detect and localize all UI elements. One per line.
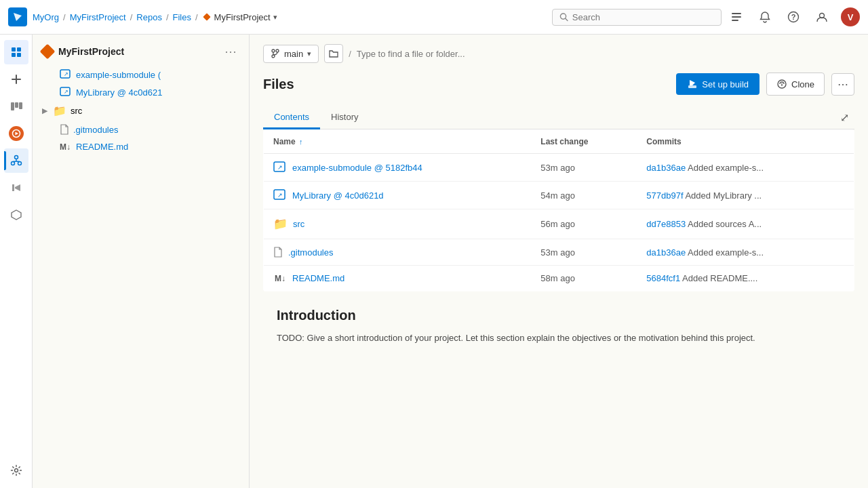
more-actions-button[interactable]: ⋯ <box>831 73 854 96</box>
setup-build-button[interactable]: Set up build <box>676 73 760 95</box>
svg-point-36 <box>276 49 279 52</box>
svg-rect-5 <box>732 13 741 14</box>
expand-view-button[interactable]: ⤢ <box>837 108 852 127</box>
rail-testplans[interactable] <box>4 176 28 200</box>
account-icon[interactable] <box>812 7 831 26</box>
rail-repos[interactable] <box>4 148 28 173</box>
table-row[interactable]: .gitmodules 53m ago da1b36ae Added examp… <box>264 239 854 266</box>
path-sep: / <box>349 49 351 59</box>
rail-artifacts[interactable] <box>4 203 28 227</box>
commit-hash-link[interactable]: da1b36ae <box>646 247 686 258</box>
commit-hash-link[interactable]: 577db97f <box>646 190 683 201</box>
path-finder-input[interactable] <box>357 49 854 59</box>
folder-chevron-icon: ▶ <box>42 106 53 115</box>
breadcrumb-sep-4: / <box>195 12 198 22</box>
branch-name: main <box>284 49 303 59</box>
svg-text:↗: ↗ <box>277 164 283 171</box>
clone-button[interactable]: Clone <box>766 73 825 96</box>
list-item[interactable]: M↓ README.md <box>33 138 249 155</box>
file-link[interactable]: example-submodule @ 5182fb44 <box>292 163 422 173</box>
branch-icon <box>271 49 280 58</box>
breadcrumb-org[interactable]: MyOrg <box>33 12 59 22</box>
list-item[interactable]: ↗ example-submodule ( <box>33 66 249 83</box>
help-icon[interactable]: ? <box>784 7 803 26</box>
avatar[interactable]: V <box>841 7 860 26</box>
chevron-down-icon: ▾ <box>273 13 277 22</box>
rail-pipelines[interactable] <box>4 121 28 146</box>
tree-file-label: MyLibrary @ 4c0d621 <box>76 87 162 98</box>
submodule-icon: ↗ <box>60 87 72 98</box>
cell-name: ↗ MyLibrary @ 4c0d621d <box>264 182 532 209</box>
breadcrumb-repos[interactable]: Repos <box>136 12 162 22</box>
breadcrumb-files[interactable]: Files <box>173 12 191 22</box>
submodule-icon: ↗ <box>60 69 72 80</box>
azure-devops-logo[interactable] <box>8 7 27 26</box>
commit-hash-link[interactable]: 5684fcf1 <box>646 273 680 283</box>
svg-rect-13 <box>12 53 16 57</box>
clone-label: Clone <box>791 79 814 89</box>
cell-name: .gitmodules <box>264 239 532 266</box>
tab-contents[interactable]: Contents <box>263 106 320 129</box>
table-row[interactable]: ↗ MyLibrary @ 4c0d621d 54m ago 577db97f … <box>264 182 854 209</box>
col-lastchange: Last change <box>531 130 637 154</box>
list-item[interactable]: ↗ MyLibrary @ 4c0d621 <box>33 83 249 101</box>
commit-hash-link[interactable]: da1b36ae <box>646 163 686 173</box>
search-input[interactable] <box>572 12 714 22</box>
project-name: MyFirstProject <box>58 46 124 57</box>
breadcrumb-sep-1: / <box>63 12 66 22</box>
file-link[interactable]: .gitmodules <box>288 247 333 258</box>
submodule-row-icon: ↗ <box>273 189 287 201</box>
rail-settings[interactable] <box>4 458 28 483</box>
table-row[interactable]: 📁 src 56m ago dd7e8853 Added sources A..… <box>264 209 854 239</box>
file-link[interactable]: src <box>293 219 304 229</box>
breadcrumb-sep-2: / <box>130 12 133 22</box>
svg-rect-18 <box>15 102 18 108</box>
table-row[interactable]: ↗ example-submodule @ 5182fb44 53m ago d… <box>264 154 854 182</box>
table-row[interactable]: M↓ README.md 58m ago 5684fcf1 Added READ… <box>264 266 854 291</box>
tree-menu-button[interactable]: ⋯ <box>222 43 239 60</box>
table-header-row: Name ↑ Last change Commits <box>264 130 854 154</box>
breadcrumb-current[interactable]: MyFirstProject ▾ <box>202 12 277 22</box>
readme-section: Introduction TODO: Give a short introduc… <box>263 291 854 362</box>
content-area: main ▾ / Files Set up build <box>250 35 868 488</box>
cell-lastchange: 58m ago <box>531 266 637 291</box>
cell-commits: da1b36ae Added example-s... <box>637 239 854 266</box>
readme-title: Introduction <box>277 308 841 323</box>
tabs: Contents History ⤢ <box>263 106 854 129</box>
tab-history[interactable]: History <box>320 106 369 129</box>
svg-marker-38 <box>690 80 695 85</box>
rail-overview[interactable] <box>4 40 28 64</box>
top-nav: MyOrg / MyFirstProject / Repos / Files /… <box>0 0 868 35</box>
folder-browse-button[interactable] <box>324 44 343 63</box>
commit-hash-link[interactable]: dd7e8853 <box>646 219 686 229</box>
main-layout: MyFirstProject ⋯ ↗ example-submodule ( ↗… <box>0 35 868 488</box>
file-name-cell: M↓ README.md <box>273 273 521 283</box>
setup-build-label: Set up build <box>702 79 749 89</box>
file-tree-title: MyFirstProject <box>42 46 124 57</box>
files-title: Files <box>263 77 294 92</box>
nav-icons: ? V <box>727 7 860 26</box>
notifications-icon[interactable] <box>755 7 774 26</box>
tasks-icon[interactable] <box>727 7 746 26</box>
breadcrumb-project[interactable]: MyFirstProject <box>70 12 126 22</box>
rail-add[interactable] <box>4 67 28 92</box>
branch-selector[interactable]: main ▾ <box>263 45 319 63</box>
tree-file-label: README.md <box>76 142 128 152</box>
folder-row-icon: 📁 <box>273 217 288 231</box>
svg-point-23 <box>11 162 14 165</box>
rail-boards[interactable] <box>4 94 28 119</box>
file-link[interactable]: MyLibrary @ 4c0d621d <box>292 190 384 201</box>
markdown-row-icon: M↓ <box>273 274 287 283</box>
file-tree-panel: MyFirstProject ⋯ ↗ example-submodule ( ↗… <box>33 35 250 488</box>
svg-rect-11 <box>12 47 16 52</box>
svg-text:↗: ↗ <box>64 71 68 77</box>
commit-message: Added example-s... <box>688 247 764 258</box>
cell-lastchange: 54m ago <box>531 182 637 209</box>
search-box[interactable] <box>552 9 722 26</box>
list-item[interactable]: ▶ 📁 src <box>33 101 249 121</box>
files-actions: Set up build Clone ⋯ <box>676 73 854 96</box>
cell-commits: da1b36ae Added example-s... <box>637 154 854 182</box>
list-item[interactable]: .gitmodules <box>33 121 249 138</box>
file-link[interactable]: README.md <box>292 273 344 283</box>
file-icon <box>60 124 69 135</box>
